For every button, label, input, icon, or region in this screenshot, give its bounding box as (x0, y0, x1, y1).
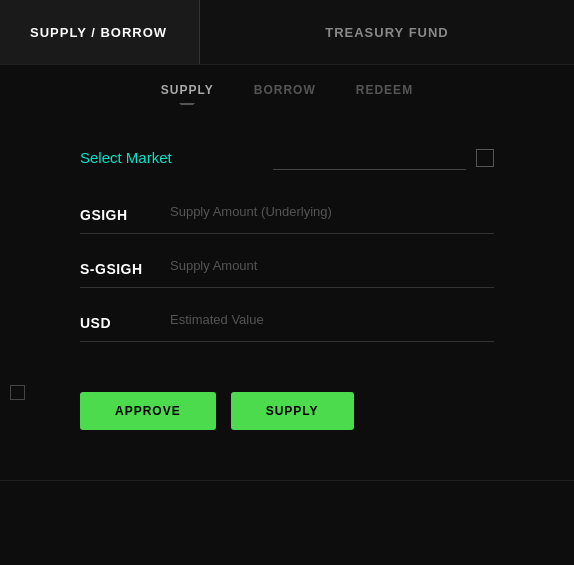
main-content: Select Market GSIGH S-GSIGH USD (0, 105, 574, 460)
field-input-usd[interactable] (170, 308, 494, 331)
button-row: APPROVE SUPPLY (80, 392, 494, 430)
approve-button[interactable]: APPROVE (80, 392, 216, 430)
field-label-usd: USD (80, 315, 170, 331)
field-label-gsigh: GSIGH (80, 207, 170, 223)
app-container: SUPPLY / BORROW TREASURY FUND SUPPLY BOR… (0, 0, 574, 565)
tab-supply[interactable]: SUPPLY (161, 83, 214, 105)
main-tab-bar: SUPPLY / BORROW TREASURY FUND (0, 0, 574, 65)
divider (0, 480, 574, 481)
sub-tab-bar: SUPPLY BORROW REDEEM (0, 65, 574, 105)
field-input-sgsigh[interactable] (170, 254, 494, 277)
tab-supply-borrow[interactable]: SUPPLY / BORROW (0, 0, 200, 64)
select-market-row: Select Market (80, 145, 494, 170)
side-element (10, 385, 25, 400)
market-icon-button[interactable] (476, 149, 494, 167)
field-row-usd: USD (80, 308, 494, 342)
tab-treasury-fund[interactable]: TREASURY FUND (200, 0, 574, 64)
select-market-label: Select Market (80, 149, 273, 166)
field-row-gsigh: GSIGH (80, 200, 494, 234)
tab-borrow[interactable]: BORROW (254, 83, 316, 105)
select-market-input[interactable] (273, 145, 466, 170)
form-fields: GSIGH S-GSIGH USD (80, 200, 494, 362)
supply-button[interactable]: SUPPLY (231, 392, 354, 430)
field-input-gsigh[interactable] (170, 200, 494, 223)
field-row-sgsigh: S-GSIGH (80, 254, 494, 288)
field-label-sgsigh: S-GSIGH (80, 261, 170, 277)
tab-redeem[interactable]: REDEEM (356, 83, 413, 105)
